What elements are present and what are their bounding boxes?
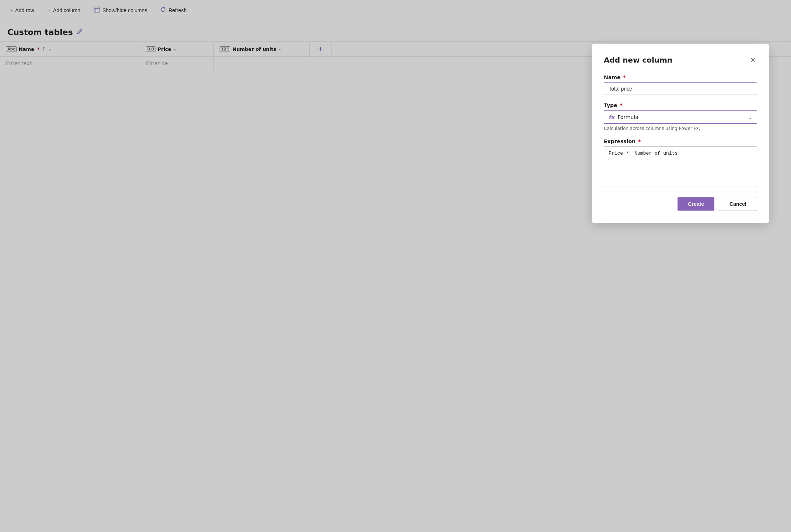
modal-close-button[interactable]: ✕	[749, 54, 757, 66]
modal-overlay: Add new column ✕ Name * Type * fx Formul…	[0, 0, 791, 70]
modal-header: Add new column ✕	[604, 54, 757, 66]
add-column-modal: Add new column ✕ Name * Type * fx Formul…	[592, 44, 769, 70]
modal-title: Add new column	[604, 56, 672, 64]
